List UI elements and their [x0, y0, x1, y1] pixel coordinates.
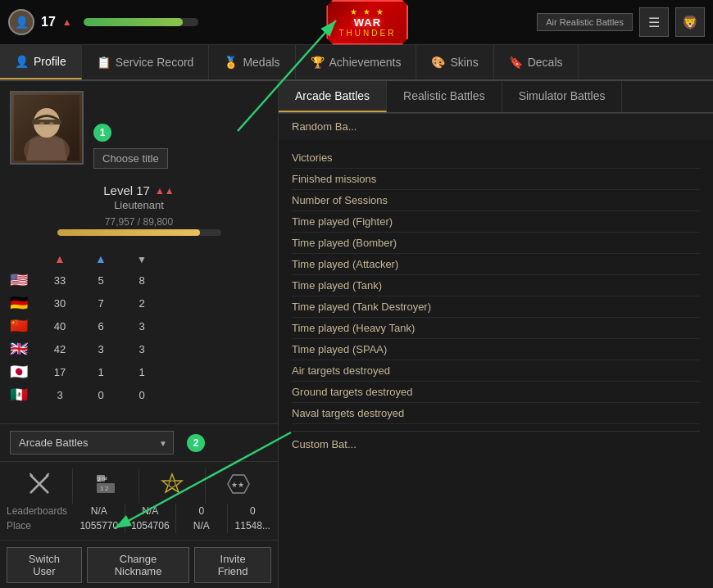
flag-col: 🇬🇧 [10, 340, 39, 358]
flag-gb: 🇬🇧 [10, 341, 28, 357]
xp-progress-fill [57, 229, 200, 236]
stat-label-8: Time played (Heavy Tank) [292, 322, 415, 334]
settings-icon[interactable]: ☰ [639, 7, 669, 37]
tab-realistic-battles[interactable]: Realistic Battles [387, 81, 502, 112]
stat-time-fighter: Time played (Fighter) [292, 211, 700, 233]
xp-progress-bar [57, 229, 221, 236]
svg-text:★★: ★★ [231, 481, 244, 489]
battle-mode-dropdown[interactable]: Arcade Battles Realistic Battles Simulat… [10, 431, 174, 455]
stat-label-11: Ground targets destroyed [292, 386, 412, 398]
player-info-bar: 👤 17 ▲ [8, 9, 198, 35]
stat-label-0: Victories [292, 152, 333, 164]
leaderboard-row: Leaderboards N/A N/A 0 0 [0, 504, 278, 518]
tab-skins-label: Skins [450, 56, 478, 69]
choose-title-button[interactable]: Choose title [93, 148, 168, 169]
stat-naval-targets: Naval targets destroyed [292, 403, 700, 424]
lb-icon-1 [7, 468, 73, 504]
tab-decals[interactable]: 🔖 Decals [494, 45, 579, 79]
level-text: Level 17 [103, 183, 150, 197]
player-info: Level 17 ▲▲ Lieutenant 77,957 / 89,800 [0, 179, 278, 246]
mx-v1: 3 [39, 389, 80, 401]
flag-de: 🇩🇪 [10, 295, 28, 311]
tab-service-record[interactable]: 📋 Service Record [82, 45, 210, 79]
flag-us: 🇺🇸 [10, 272, 28, 288]
jp-v2: 1 [80, 366, 121, 378]
de-v1: 30 [39, 297, 80, 310]
nation-row-de: 🇩🇪 30 7 2 [10, 292, 268, 314]
stat-time-spaa: Time played (SPAA) [292, 339, 700, 360]
lb-icon-3 [139, 468, 206, 504]
stat-time-attacker: Time played (Attacker) [292, 254, 700, 275]
lb-val-1: N/A [74, 504, 125, 518]
realistic-tab-label: Realistic Battles [403, 89, 485, 102]
annotation-2: 2 [187, 434, 205, 452]
title-section: 1 Choose title [93, 124, 268, 169]
de-v2: 7 [80, 297, 121, 310]
xp-full-bar: 77,957 / 89,800 [57, 216, 221, 236]
jp-v3: 1 [121, 366, 162, 378]
tab-medals[interactable]: 🏅 Medals [209, 45, 295, 79]
stat-victories: Victories [292, 147, 700, 169]
tab-profile[interactable]: 👤 Profile [0, 45, 82, 79]
place-val-2: 1054706 [125, 518, 177, 533]
jp-v1: 17 [39, 366, 80, 378]
battle-tabs: Arcade Battles Realistic Battles Simulat… [279, 81, 713, 113]
tab-arcade-battles[interactable]: Arcade Battles [279, 81, 387, 112]
us-v1: 33 [39, 274, 80, 287]
custom-battles-label: Custom Bat... [292, 438, 356, 450]
stat-time-heavy-tank: Time played (Heavy Tank) [292, 318, 700, 339]
action-buttons: Switch User Change Nickname Invite Frien… [0, 540, 278, 588]
invite-friend-button[interactable]: Invite Friend [194, 547, 271, 583]
stat-label-3: Time played (Fighter) [292, 215, 393, 228]
user-icon-btn[interactable]: 🦁 [675, 7, 705, 37]
change-nickname-button[interactable]: Change Nickname [87, 547, 189, 583]
stat-finished-missions: Finished missions [292, 169, 700, 190]
switch-user-button[interactable]: Switch User [7, 547, 82, 583]
stat-label-4: Time played (Bomber) [292, 237, 397, 249]
nation-row-cn: 🇨🇳 40 6 3 [10, 314, 268, 337]
flag-col: 🇺🇸 [10, 271, 39, 289]
tab-simulator-battles[interactable]: Simulator Battles [502, 81, 623, 112]
logo-stars: ★ ★ ★ [350, 7, 385, 16]
nations-table: ▲ ▲ ▼ 🇺🇸 33 5 8 🇩🇪 [0, 246, 278, 413]
place-val-3: N/A [176, 518, 228, 533]
us-v3: 8 [121, 274, 162, 287]
flag-jp: 🇯🇵 [10, 364, 28, 380]
stat-time-bomber: Time played (Bomber) [292, 233, 700, 254]
stat-sessions: Number of Sessions [292, 190, 700, 211]
player-level-display: Level 17 ▲▲ [10, 183, 268, 197]
battle-mode-wrapper: Arcade Battles Realistic Battles Simulat… [10, 431, 174, 455]
simulator-tab-label: Simulator Battles [519, 89, 606, 102]
flag-col: 🇲🇽 [10, 386, 39, 404]
col-header-deaths: ▼ [121, 253, 162, 265]
logo-badge: ★ ★ ★ WAR THUNDER [326, 0, 408, 45]
mx-v3: 0 [121, 389, 162, 401]
level-up-arrow-icon: ▲ [62, 16, 72, 28]
arcade-tab-label: Arcade Battles [295, 89, 370, 102]
xp-text: 77,957 / 89,800 [57, 216, 221, 228]
lb-val-3: 0 [176, 504, 228, 518]
stat-label-10: Air targets destroyed [292, 364, 390, 377]
profile-header: 1 Choose title [0, 81, 278, 179]
cn-v2: 6 [80, 320, 121, 332]
tab-skins[interactable]: 🎨 Skins [416, 45, 493, 79]
svg-marker-16 [162, 474, 182, 492]
annotation-1: 1 [93, 124, 111, 142]
svg-point-17 [169, 481, 175, 487]
tab-achievements-label: Achievements [329, 56, 402, 69]
war-thunder-logo: ★ ★ ★ WAR THUNDER [326, 0, 408, 45]
left-panel: 1 Choose title Level 17 ▲▲ Lieutenant 77… [0, 81, 279, 588]
tab-service-record-label: Service Record [116, 56, 194, 69]
player-avatar [10, 91, 84, 165]
level-up-icon: ▲▲ [155, 185, 175, 197]
mode-badge: Air Realistic Battles [537, 13, 633, 31]
tab-achievements[interactable]: 🏆 Achievements [296, 45, 417, 79]
gb-v3: 3 [121, 343, 162, 355]
stat-label-2: Number of Sessions [292, 194, 388, 206]
de-v3: 2 [121, 297, 162, 310]
stat-label-1: Finished missions [292, 173, 376, 185]
player-rank: Lieutenant [10, 199, 268, 211]
medals-tab-icon: 🏅 [224, 56, 238, 69]
stats-area: Victories Finished missions Number of Se… [279, 139, 713, 588]
svg-point-4 [39, 122, 44, 127]
